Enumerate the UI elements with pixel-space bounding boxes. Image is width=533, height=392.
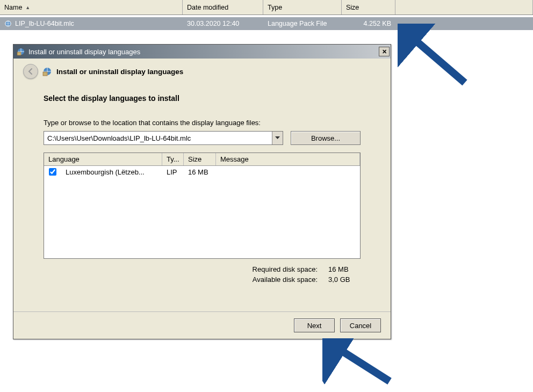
column-header-size-label: Size bbox=[346, 4, 359, 11]
svg-rect-4 bbox=[43, 72, 47, 76]
th-size[interactable]: Size bbox=[184, 153, 216, 165]
file-name: LIP_lb-LU-64bit.mlc bbox=[15, 20, 74, 27]
dialog-titlebar-icon bbox=[17, 47, 25, 56]
dialog-titlebar[interactable]: Install or uninstall display languages ✕ bbox=[13, 45, 391, 59]
column-header-name[interactable]: Name ▲ bbox=[0, 0, 183, 14]
main-instruction: Select the display languages to install bbox=[44, 94, 361, 103]
svg-line-6 bbox=[332, 345, 390, 381]
language-checkbox[interactable] bbox=[49, 168, 56, 176]
column-header-type-label: Type bbox=[268, 4, 282, 11]
column-header-type[interactable]: Type bbox=[263, 0, 342, 14]
disk-space-info: Required disk space: 16 MB Available dis… bbox=[44, 265, 361, 284]
close-button[interactable]: ✕ bbox=[379, 47, 390, 56]
language-size: 16 MB bbox=[184, 168, 216, 176]
column-header-date-label: Date modified bbox=[187, 4, 228, 11]
svg-line-5 bbox=[407, 33, 465, 83]
chevron-down-icon bbox=[275, 136, 280, 140]
sub-instruction: Type or browse to the location that cont… bbox=[44, 119, 361, 127]
path-dropdown-button[interactable] bbox=[272, 132, 283, 144]
required-space-label: Required disk space: bbox=[253, 265, 318, 273]
next-button[interactable]: Next bbox=[294, 318, 335, 332]
th-message[interactable]: Message bbox=[216, 153, 360, 165]
language-pack-icon bbox=[4, 20, 12, 27]
explorer-columns-header: Name ▲ Date modified Type Size bbox=[0, 0, 533, 15]
install-languages-dialog: Install or uninstall display languages ✕… bbox=[13, 44, 391, 339]
language-name: Luxembourgish (Lëtzeb... bbox=[61, 168, 162, 176]
language-type: LIP bbox=[162, 168, 184, 176]
sort-asc-icon: ▲ bbox=[25, 5, 30, 10]
dialog-title: Install or uninstall display languages bbox=[28, 48, 379, 56]
close-icon: ✕ bbox=[382, 48, 387, 55]
column-header-date[interactable]: Date modified bbox=[183, 0, 263, 14]
svg-rect-2 bbox=[17, 52, 21, 55]
file-type: Language Pack File bbox=[263, 20, 342, 27]
language-row[interactable]: Luxembourgish (Lëtzeb... LIP 16 MB bbox=[44, 166, 360, 178]
path-input[interactable] bbox=[44, 132, 272, 144]
column-header-name-label: Name bbox=[4, 4, 22, 11]
annotation-arrow-bottom bbox=[322, 338, 403, 392]
file-size: 4.252 KB bbox=[342, 20, 395, 27]
available-space-label: Available disk space: bbox=[253, 275, 318, 284]
th-language[interactable]: Language bbox=[44, 153, 162, 165]
file-date: 30.03.2020 12:40 bbox=[183, 20, 263, 27]
browse-button[interactable]: Browse... bbox=[291, 131, 361, 145]
back-arrow-icon bbox=[27, 68, 34, 75]
required-space-value: 16 MB bbox=[328, 265, 361, 273]
dialog-header-icon bbox=[42, 67, 52, 76]
column-header-extra bbox=[395, 0, 533, 14]
language-table: Language Ty... Size Message Luxembourgis… bbox=[44, 153, 361, 259]
column-header-size[interactable]: Size bbox=[342, 0, 395, 14]
cancel-button[interactable]: Cancel bbox=[340, 318, 381, 332]
back-button bbox=[23, 64, 38, 79]
th-type[interactable]: Ty... bbox=[162, 153, 184, 165]
dialog-header-title: Install or uninstall display languages bbox=[56, 68, 183, 76]
annotation-arrow-top bbox=[398, 24, 478, 99]
available-space-value: 3,0 GB bbox=[328, 275, 361, 284]
path-combobox[interactable] bbox=[44, 131, 283, 145]
